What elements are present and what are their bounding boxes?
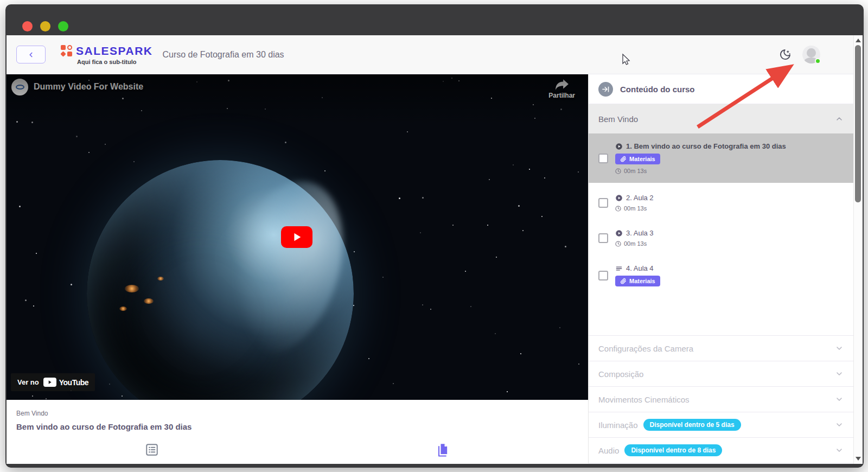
play-circle-icon xyxy=(615,229,623,237)
chevron-left-icon xyxy=(27,51,35,59)
section-label: Audio xyxy=(598,446,619,455)
list-details-icon xyxy=(145,443,159,457)
moon-stars-icon xyxy=(779,48,792,61)
lesson-title: Bem vindo ao curso de Fotografia em 30 d… xyxy=(16,422,578,431)
app-header: SALESPARK Aqui fica o sub-titulo Curso d… xyxy=(7,35,863,74)
salespark-logo-icon xyxy=(61,45,72,56)
video-player[interactable]: Dummy Video For Website Partilhar Ver no xyxy=(7,74,588,400)
page-content: SALESPARK Aqui fica o sub-titulo Curso d… xyxy=(7,35,863,464)
online-status-badge xyxy=(815,58,821,64)
minimize-window-button[interactable] xyxy=(40,21,50,31)
section-movimentos-cinematicos[interactable]: Movimentos Cinemáticos xyxy=(589,386,853,412)
user-avatar[interactable] xyxy=(802,46,820,63)
clock-icon xyxy=(615,241,621,247)
logo-subtitle: Aqui fica o sub-titulo xyxy=(77,59,136,65)
materials-badge[interactable]: Materiais xyxy=(615,276,660,286)
section-bem-vindo[interactable]: Bem Vindo xyxy=(589,104,853,133)
lesson-duration: 00m 13s xyxy=(615,168,786,174)
chevron-down-icon xyxy=(835,344,844,353)
sidebar-title: Conteúdo do curso xyxy=(620,85,695,94)
lesson-duration: 00m 13s xyxy=(615,205,654,212)
materials-badge[interactable]: Materiais xyxy=(615,154,660,164)
lesson-3-checkbox[interactable] xyxy=(598,233,608,243)
lesson-item-4[interactable]: 4. Aula 4 Materiais xyxy=(589,258,853,293)
materials-badge-label: Materiais xyxy=(629,278,655,284)
play-button[interactable] xyxy=(281,226,312,248)
chevron-down-icon xyxy=(835,395,844,404)
sidebar-header: Conteúdo do curso xyxy=(589,74,853,104)
lesson-duration: 00m 13s xyxy=(615,240,654,247)
section-audio[interactable]: Audio Disponível dentro de 8 dias xyxy=(589,437,853,463)
chevron-down-icon xyxy=(835,369,844,378)
chevron-down-icon xyxy=(835,446,844,455)
play-circle-icon xyxy=(615,194,623,202)
lesson-section-label: Bem Vindo xyxy=(16,410,578,417)
section-configuracoes-camera[interactable]: Configurações da Camera xyxy=(589,335,853,361)
availability-badge: Disponível dentro de 8 dias xyxy=(624,444,722,456)
page-scrollbar[interactable] xyxy=(853,35,863,464)
chevron-down-icon xyxy=(835,420,844,429)
materials-badge-label: Materiais xyxy=(629,156,655,162)
lesson-2-checkbox[interactable] xyxy=(598,198,608,208)
play-circle-icon xyxy=(615,143,623,150)
maximize-window-button[interactable] xyxy=(58,21,68,31)
scroll-down-arrow-icon[interactable] xyxy=(856,457,861,461)
watch-on-youtube-link[interactable]: Ver no YouTube xyxy=(11,373,95,391)
section-label: Movimentos Cinemáticos xyxy=(598,395,690,404)
logo-text: SALESPARK xyxy=(76,44,152,58)
scroll-up-arrow-icon[interactable] xyxy=(856,39,861,42)
back-button[interactable] xyxy=(16,46,46,63)
paperclip-icon xyxy=(620,278,627,284)
video-column: Dummy Video For Website Partilhar Ver no xyxy=(7,74,589,463)
lesson-title: 4. Aula 4 xyxy=(626,264,654,272)
section-label: Bem Vindo xyxy=(598,114,638,124)
close-window-button[interactable] xyxy=(22,21,33,31)
clock-icon xyxy=(615,206,621,212)
materials-documents-icon xyxy=(435,443,450,458)
lesson-item-3[interactable]: 3. Aula 3 00m 13s xyxy=(589,222,853,253)
section-iluminacao[interactable]: Iluminação Disponível dentro de 5 dias xyxy=(589,412,853,437)
page-title: Curso de Fotografia em 30 dias xyxy=(162,50,284,60)
lesson-title: 2. Aula 2 xyxy=(626,194,654,202)
chevron-up-icon xyxy=(835,114,844,123)
lesson-title: 1. Bem vindo ao curso de Fotografia em 3… xyxy=(626,142,786,150)
paperclip-icon xyxy=(620,156,627,162)
lesson-item-1[interactable]: 1. Bem vindo ao curso de Fotografia em 3… xyxy=(589,133,853,183)
lesson-details-tab[interactable] xyxy=(7,443,297,458)
lesson-1-checkbox[interactable] xyxy=(598,154,608,163)
arrow-bar-right-icon xyxy=(602,85,610,93)
watch-on-label: Ver no xyxy=(17,378,39,386)
collapse-sidebar-button[interactable] xyxy=(598,82,613,97)
section-label: Composição xyxy=(598,369,643,379)
text-lesson-icon xyxy=(615,265,623,272)
section-composicao[interactable]: Composição xyxy=(589,361,853,386)
lesson-title: 3. Aula 3 xyxy=(626,229,654,237)
dark-mode-toggle[interactable] xyxy=(779,48,792,61)
lesson-materials-tab[interactable] xyxy=(297,443,588,458)
lesson-4-checkbox[interactable] xyxy=(598,271,608,280)
play-icon xyxy=(291,231,303,243)
window-titlebar xyxy=(5,4,864,35)
lesson-info-panel: Bem Vindo Bem vindo ao curso de Fotograf… xyxy=(7,400,588,463)
section-label: Configurações da Camera xyxy=(598,344,693,353)
course-content-sidebar: Conteúdo do curso Bem Vindo 1. Bem vindo… xyxy=(589,74,853,463)
scrollbar-thumb[interactable] xyxy=(855,45,861,202)
brand-logo[interactable]: SALESPARK Aqui fica o sub-titulo xyxy=(61,44,152,65)
macos-window: SALESPARK Aqui fica o sub-titulo Curso d… xyxy=(5,4,864,468)
lesson-item-2[interactable]: 2. Aula 2 00m 13s xyxy=(589,187,853,218)
player-top-gradient xyxy=(7,74,588,126)
section-label: Iluminação xyxy=(598,420,638,430)
clock-icon xyxy=(615,168,621,174)
youtube-play-icon xyxy=(43,378,56,387)
youtube-wordmark: YouTube xyxy=(59,378,88,387)
availability-badge: Disponível dentro de 5 dias xyxy=(643,419,741,431)
